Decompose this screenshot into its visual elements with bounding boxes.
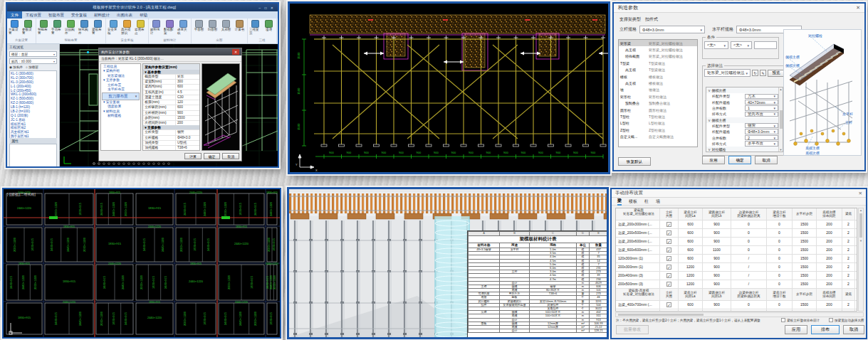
method-list-row-10[interactable]: 圆形柱圆形柱做法 [619,107,697,113]
checkbox-icon[interactable]: ✓ [666,302,671,307]
ribbon-button-5-1[interactable]: 漫游 [263,19,275,38]
ribbon-button-4-1[interactable]: 剖面图 [206,19,219,38]
method-list-row-8[interactable]: 矩形柱矩形柱做法 [619,93,697,100]
radio-by-element[interactable]: ◉ 按构件 [9,65,23,69]
method-list-row-12[interactable]: L型柱L型柱做法 [619,120,697,127]
condition-select-1[interactable]: <无> [704,41,728,49]
elevation-canvas[interactable]: 1500150015009009009009009009009009009009… [288,1,610,174]
apply-button[interactable]: 应用 [702,156,725,164]
cancel-button[interactable]: 取消 [755,156,778,164]
radio-by-floor[interactable]: ○ 按楼层 [26,65,38,69]
method-list-row-7[interactable]: 墙墙做法 [619,87,697,93]
close-icon[interactable]: ✕ [856,5,860,11]
grid-row-0-8[interactable]: 步距(mm)1500 [143,115,199,120]
ribbon-button-1-4[interactable]: 梁板布置 [92,19,104,38]
grid-row-1-3[interactable]: 顶托规格T38×6 [143,145,199,150]
method-list-row-4[interactable]: 高支模T型梁做法 [619,67,697,73]
ribbon-button-0-0[interactable]: 方案设置 [9,19,21,38]
data-row-2-0[interactable]: 边梁_400x700mm (...✓6009000015002002 [616,301,857,309]
prop-value-select[interactable]: 40×70mm [745,100,778,105]
grid-row-1-2[interactable]: 顶托类型U型托 [143,140,199,145]
tab-1[interactable]: 工程设置 [22,11,45,18]
apply-button[interactable]: 应用 [785,325,807,334]
vertical-scrollbar[interactable]: ▲▼ [858,208,864,312]
method-list-row-13[interactable]: Z型柱Z型柱做法 [619,127,697,133]
checkbox-1[interactable]: 梁板立杆整体排布设计 [781,318,820,322]
ribbon-button-4-0[interactable]: 平面图 [193,19,205,38]
tab-6[interactable]: 帮助 [136,11,151,18]
checkbox-icon[interactable]: ✓ [666,239,671,244]
prop-value-select[interactable]: Φ48×3.0mm [745,129,778,134]
grid-row-0-7[interactable]: 立杆横距(mm)900 [143,110,199,115]
cancel-button[interactable]: 取消 [843,325,864,334]
plan-canvas[interactable]: 2440×12202440×12202000×12201830×9152440×… [2,188,281,339]
tab-梁[interactable]: 梁 [617,198,622,206]
tab-墙[interactable]: 墙 [656,198,660,205]
floor-combo[interactable]: 楼层：首层 [9,51,57,57]
prop-value-select[interactable]: 1 [745,105,778,110]
ribbon-button-2-0[interactable]: 安全复核 [108,19,120,38]
3d-view-panel[interactable]: ABCDE梁模板材料统计表材料名称用途规格单位数量48×3.5钢管水平杆1.0m… [287,187,609,339]
view-navigation-dots[interactable] [93,162,170,165]
checkbox-icon[interactable]: ✓ [666,222,671,227]
checkbox-icon[interactable]: ✓ [666,256,671,261]
method-list-row-2[interactable]: 特殊截面矩形梁_对拉螺栓做法 [619,53,697,60]
dialog-titlebar[interactable]: 构造参数 ✕ [614,4,864,13]
refresh-icon[interactable]: ↻ [752,70,758,76]
data-row-1-6[interactable]: 200x400mm (3)✓1200900/015002002 [616,272,857,280]
method-list-row-1[interactable]: 高支模矩形梁_对拉螺栓做法 [619,46,697,53]
checkbox-icon[interactable]: ✓ [666,273,671,278]
method-list-row-9[interactable]: 预制叠合预制叠合做法 [619,100,697,107]
method-list-row-11[interactable]: T型柱T型柱做法 [619,113,697,119]
method-list-row-14[interactable]: 自定义截...自定义截面做法 [619,133,697,139]
close-icon[interactable]: ✕ [859,191,862,196]
checkbox-icon[interactable]: ✓ [666,282,671,287]
tab-柱[interactable]: 柱 [644,198,649,205]
prop-section-2[interactable]: ∨ 对拉螺栓 [706,147,783,152]
prop-section-0[interactable]: ∨ 侧模次楞 [706,87,783,93]
prop-value-select[interactable]: 2 [745,135,778,140]
ribbon-button-3-1[interactable]: 配模配架 [164,19,176,38]
horizontal-scrollbar[interactable] [615,312,864,317]
checkbox-2[interactable]: 按梁宽自动选择大楞 [829,318,864,322]
dialog-button-1[interactable]: 确定 [204,153,221,159]
prop-value-select[interactable]: 竖向布置 [745,112,778,117]
prop-value-select[interactable]: 钢管 [745,123,778,128]
condition-input[interactable] [754,41,777,49]
ribbon-button-1-2[interactable]: 识别构件 [65,19,77,38]
batch-edit-button[interactable]: 批量修改 [616,325,649,334]
grid-row-0-2[interactable]: 梁高H(mm)600 [143,84,199,89]
dialog-titlebar[interactable]: 手动排布设置 ✕ [612,189,866,198]
ribbon-button-2-1[interactable]: 高支模辨识 [121,19,133,38]
close-icon[interactable]: ✕ [232,49,239,55]
ribbon-button-4-2[interactable]: 大样图 [220,19,232,38]
tab-4[interactable]: 材料统计 [90,11,113,18]
method-list-row-0[interactable]: 矩形梁矩形梁_对拉螺栓做法 [619,40,697,46]
dialog-titlebar[interactable]: 构件安全计算参数 ✕ [99,48,241,55]
window-controls[interactable]: – □ ✕ [258,6,275,10]
grid-row-0-4[interactable]: 混凝土强度C30 [143,95,199,100]
tab-楼板[interactable]: 楼板 [629,198,637,205]
tab-3[interactable]: 安全复核 [68,11,90,18]
ribbon-button-4-3[interactable]: 计算书 [234,19,246,38]
ribbon-button-5-0[interactable]: 三维显示 [249,19,261,38]
data-row-2-1[interactable]: 边梁_500x700mm (...✓60010000015002002 [616,309,857,312]
pole-spec-select[interactable]: Φ48×3.0mm [639,26,705,33]
ribbon-button-3-2[interactable]: 进度关联 [177,19,189,38]
tab-2[interactable]: 智能布置 [45,11,68,18]
ribbon-button-3-0[interactable]: 材料统计 [150,19,162,38]
method-list-row-5[interactable]: 楼板楼板做法 [619,73,697,80]
grid-row-0-3[interactable]: 支模高度(m)4.5 [143,90,199,95]
dialog-tree-item-6[interactable]: 剪刀撑布置 [102,92,140,100]
grid-row-0-6[interactable]: 立杆纵距(mm)600 [143,105,199,110]
checkbox-icon[interactable]: ✓ [666,248,671,253]
props-scrollbar[interactable]: ▲▼ [778,87,783,152]
elevation-combo[interactable]: 标高：±0.000 [9,58,57,64]
ribbon-button-0-1[interactable]: 参数设置 [22,19,34,38]
preview-button[interactable]: 预览 [768,70,785,77]
data-row-1-7[interactable]: 200x500mm (3)✓1200900/015002002 [616,280,857,289]
grid-row-1-0[interactable]: 立杆类型钢管 [143,129,199,134]
data-row-1-2[interactable]: 边梁_200x600mm (...✓6009000015002002 [616,238,857,246]
dialog-3d-preview[interactable] [202,63,240,151]
ok-button[interactable]: 确定 [728,156,751,164]
